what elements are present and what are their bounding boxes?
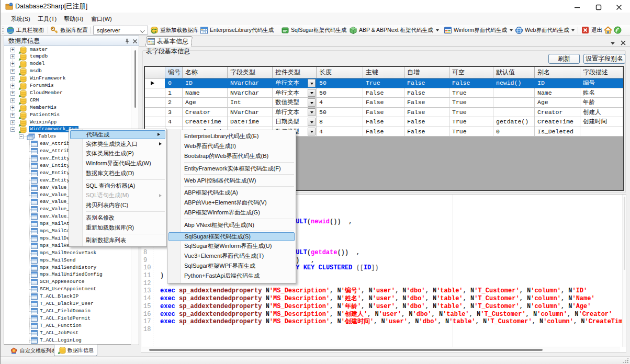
grid-row-selector[interactable] <box>145 88 165 98</box>
tree-item-T_ACL_BlackIP_User[interactable]: T_ACL_BlackIP_User <box>4 300 139 308</box>
grid-cell[interactable]: 创建人 <box>580 108 623 118</box>
chevron-down-icon[interactable] <box>571 29 575 31</box>
panel-header[interactable]: 数据库信息 <box>4 36 139 46</box>
grid-cell[interactable]: 50 <box>317 108 363 118</box>
grid-cell[interactable]: 年龄 <box>580 98 623 108</box>
grid-cell[interactable]: 1 <box>165 88 183 98</box>
tab-list-dropdown-icon[interactable] <box>609 39 616 45</box>
chevron-down-icon[interactable] <box>436 29 439 31</box>
grid-cell[interactable]: Name <box>535 88 580 98</box>
grid-cell[interactable]: 50 <box>317 78 363 88</box>
grid-cell[interactable]: CreateTime <box>183 117 228 127</box>
menu-item-SqlSugar框架WPF界面生成[interactable]: SqlSugar框架WPF界面生成 <box>167 261 296 271</box>
grid-cell[interactable]: False <box>363 88 404 98</box>
menu-item-EntityFramework实体框架代码生成(F)[interactable]: EntityFramework实体框架代码生成(F) <box>167 163 296 173</box>
grid-column-header-自增[interactable]: 自增 <box>404 67 449 78</box>
menu-item-ABP框架Winform界面生成(G)[interactable]: ABP框架Winform界面生成(G) <box>167 208 296 218</box>
grid-cell[interactable]: 单行文本 <box>273 88 317 98</box>
grid-cell[interactable]: Age <box>535 98 580 108</box>
grid-cell[interactable]: 编号 <box>580 78 623 88</box>
tree-item-T_ACL_Function[interactable]: T_ACL_Function <box>4 322 139 329</box>
grid-cell[interactable]: 8 <box>317 117 363 127</box>
grid-cell[interactable]: False <box>363 117 404 127</box>
tree-item-model[interactable]: +model <box>4 60 139 67</box>
pin-icon[interactable] <box>124 38 130 44</box>
grid-column-header-可空[interactable]: 可空 <box>449 67 493 78</box>
tree-item-mps_MailSend[interactable]: mps_MailSend <box>4 257 139 264</box>
grid-column-header-编号[interactable]: 编号 <box>165 67 183 78</box>
grid-cell[interactable]: 单行文本 <box>273 108 317 118</box>
grid-column-header-控件类型[interactable]: 控件类型 <box>273 67 317 78</box>
maximize-button[interactable] <box>595 3 602 9</box>
tree-expander-collapsed[interactable]: + <box>10 76 15 81</box>
sql-vertical-scrollbar[interactable] <box>622 195 626 347</box>
cell-dropdown-button[interactable] <box>308 98 316 107</box>
cell-dropdown-button[interactable] <box>308 79 316 87</box>
toolbar-button-数据库配置[interactable]: 数据库配置 <box>50 26 88 35</box>
grid-cell[interactable]: 0 <box>165 78 183 88</box>
grid-column-header-selector[interactable] <box>145 67 165 78</box>
refresh-button[interactable]: 刷新 <box>548 54 580 64</box>
grid-cell[interactable]: Creator <box>183 108 228 118</box>
grid-cell[interactable]: True <box>449 127 493 137</box>
grid-cell[interactable]: 0 <box>493 127 535 137</box>
tree-item-MemberMis[interactable]: +MemberMis <box>4 104 139 111</box>
minimize-button[interactable] <box>574 3 580 9</box>
tree-item-T_ACL_BlackIP[interactable]: T_ACL_BlackIP <box>4 293 139 300</box>
menu-item-Abp VNext框架代码生成(N)[interactable]: Abp VNext框架代码生成(N) <box>167 220 296 230</box>
grid-cell[interactable]: True <box>449 88 493 98</box>
grid-cell[interactable]: 4 <box>317 98 363 108</box>
tree-expander-collapsed[interactable]: + <box>10 54 15 59</box>
grid-cell[interactable] <box>580 127 623 137</box>
toolbar-button-home-icon[interactable] <box>604 26 614 35</box>
menu-item-Winform界面代码生成(W)[interactable]: Winform界面代码生成(W) <box>69 158 166 168</box>
cell-dropdown-button[interactable] <box>308 89 316 97</box>
grid-cell[interactable]: 4 <box>317 127 363 137</box>
cell-dropdown-button[interactable] <box>308 128 316 136</box>
grid-cell[interactable]: False <box>404 78 449 88</box>
tree-item-CloudMember[interactable]: +CloudMember <box>4 89 139 97</box>
menu-item-Vue3+Element界面代码生成(T)[interactable]: Vue3+Element界面代码生成(T) <box>167 251 296 261</box>
grid-cell[interactable]: True <box>363 78 404 88</box>
grid-cell[interactable]: False <box>363 127 404 137</box>
dock-tab-自定义模板列表[interactable]: 自定义模板列表 <box>7 345 60 356</box>
toolbar-button-SqlSugar框架代码生成[interactable]: SqlSugar框架代码生成 <box>281 26 346 35</box>
grid-cell[interactable]: NVarChar <box>228 78 273 88</box>
menubar-item-4[interactable]: 窗口(W) <box>89 14 114 24</box>
grid-column-header-别名[interactable]: 别名 <box>535 67 580 78</box>
toolbar-button-重新加载数据库[interactable]: 重新加载数据库 <box>150 26 199 35</box>
grid-cell[interactable]: CreateTime <box>535 117 580 127</box>
tree-expander-collapsed[interactable]: + <box>10 106 15 110</box>
menubar-item-3[interactable]: 帮助(H) <box>62 14 85 24</box>
tree-expander-collapsed[interactable]: + <box>10 120 15 125</box>
grid-row-selector[interactable] <box>145 117 165 127</box>
grid-column-header-字段类型[interactable]: 字段类型 <box>228 67 273 78</box>
menu-item-数据库文档生成(D)[interactable]: 数据库文档生成(D) <box>69 168 166 178</box>
menu-item-Bootstrap的Web界面代码生成(B)[interactable]: Bootstrap的Web界面代码生成(B) <box>167 151 296 161</box>
menu-item-表别名修改[interactable]: 表别名修改 <box>69 213 166 223</box>
toolbar-button-ABP & ABPNext 框架代码生成[interactable]: ABP & ABPNext 框架代码生成 <box>349 26 439 35</box>
grid-cell[interactable]: 日期类型 <box>273 117 317 127</box>
menu-item-Python+FastApi后端代码生成[interactable]: Python+FastApi后端代码生成 <box>167 271 296 281</box>
grid-cell[interactable]: 姓名 <box>580 88 623 98</box>
toolbar-button-EnterpriseLibrary代码生成[interactable]: EnterpriseLibrary代码生成 <box>200 26 274 35</box>
grid-cell[interactable]: False <box>363 108 404 118</box>
grid-cell[interactable]: Name <box>183 88 228 98</box>
tree-expander-collapsed[interactable]: + <box>10 113 15 118</box>
grid-column-header-长度[interactable]: 长度 <box>317 67 363 78</box>
tree-item-mps_MailReceiveTask[interactable]: mps_MailReceiveTask <box>4 249 139 257</box>
grid-cell[interactable]: Age <box>183 98 228 108</box>
grid-cell[interactable]: NVarChar <box>228 108 273 118</box>
grid-cell[interactable]: True <box>449 98 493 108</box>
grid-row-selector[interactable] <box>145 108 165 118</box>
tree-item-SCH_AppResource[interactable]: SCH_AppResource <box>4 278 139 286</box>
toolbar-button-工具栏视图[interactable]: 工具栏视图 <box>6 26 44 35</box>
tree-item-T_ACL_LoginLog[interactable]: T_ACL_LoginLog <box>4 337 139 344</box>
grid-cell[interactable]: Is_Deleted <box>535 127 580 137</box>
menu-item-实体类生成快速入口[interactable]: 实体类生成快速入口 <box>69 139 166 149</box>
tree-item-msdb[interactable]: +msdb <box>4 67 139 75</box>
tree-item-T_ACL_FieldDomain[interactable]: T_ACL_FieldDomain <box>4 308 139 315</box>
grid-column-header-主键[interactable]: 主键 <box>363 67 404 78</box>
set-field-alias-button[interactable]: 设置字段别名 <box>583 54 625 64</box>
grid-column-header-字段描述[interactable]: 字段描述 <box>580 67 623 78</box>
